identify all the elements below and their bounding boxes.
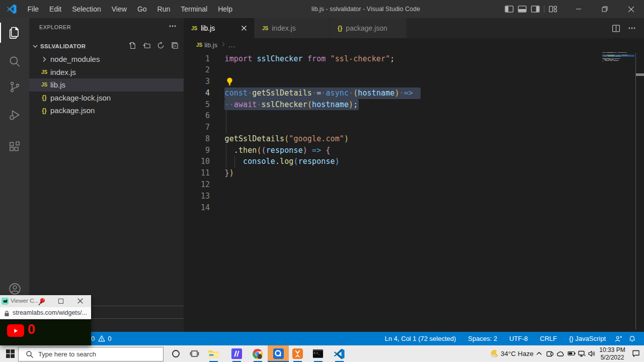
line-number: 12 <box>184 179 210 191</box>
collapse-all-icon[interactable] <box>171 42 179 51</box>
toggle-secondary-sidebar-icon[interactable] <box>531 5 540 14</box>
toggle-sidebar-icon[interactable] <box>505 5 514 14</box>
weather-text[interactable]: 34°C Haze <box>501 350 533 357</box>
breadcrumb[interactable]: JS lib.js ... <box>184 38 644 51</box>
sidebar-header: EXPLORER <box>29 18 184 36</box>
code-line-5: ··await·sslChecker(hostname); <box>225 99 358 111</box>
viewer-count-window[interactable]: Viewer C... streamlabs.com/widgets/... <box>0 295 91 345</box>
activity-extensions-icon[interactable] <box>0 135 29 159</box>
split-editor-icon[interactable] <box>612 24 620 33</box>
menubar: FileEditSelectionViewGoRunTerminalHelp <box>22 0 237 18</box>
minimap-line <box>620 58 620 59</box>
tree-item-label: index.js <box>50 68 76 76</box>
action-center-icon[interactable] <box>632 350 640 357</box>
minimap-line <box>603 61 603 61</box>
tree-item-label: package.json <box>50 106 95 115</box>
language-mode[interactable]: {} JavaScript <box>563 335 612 342</box>
code-area[interactable]: 1import sslChecker from "ssl-checker";23… <box>184 51 644 332</box>
viewer-count-value: 0 <box>28 322 35 337</box>
activity-explorer-icon[interactable] <box>0 21 29 45</box>
tab-bar: JSlib.jsJSindex.js{}package.json <box>184 18 644 38</box>
taskbar-app-file-explorer[interactable] <box>203 345 224 362</box>
tab-package.json[interactable]: {}package.json <box>330 18 407 38</box>
taskbar-app-streamlabs[interactable] <box>268 345 289 362</box>
window-title: lib.js - sslvalidator - Visual Studio Co… <box>236 0 495 18</box>
tray-clock[interactable]: 10:33 PM 5/2/2022 <box>595 346 630 361</box>
tree-item-package.json[interactable]: {}package.json <box>29 104 184 117</box>
onedrive-icon[interactable] <box>556 350 565 357</box>
tab-index.js[interactable]: JSindex.js <box>255 18 330 38</box>
overlay-close-button[interactable] <box>76 297 84 305</box>
activity-bar <box>0 18 29 332</box>
chevron-right-icon <box>221 42 226 47</box>
cursor-position[interactable]: Ln 4, Col 1 (72 selected) <box>379 335 462 342</box>
overlay-url[interactable]: streamlabs.com/widgets/... <box>13 309 87 316</box>
notifications-bell-icon[interactable] <box>625 335 639 342</box>
menu-go[interactable]: Go <box>132 3 152 16</box>
tree-item-index.js[interactable]: JSindex.js <box>29 66 184 79</box>
taskbar-search[interactable]: Type here to search <box>18 347 164 361</box>
editor-more-icon[interactable] <box>628 24 636 32</box>
hidden-icons-chevron[interactable] <box>536 350 542 357</box>
taskbar-app-code-app[interactable] <box>226 345 247 362</box>
layout-separator <box>544 6 544 13</box>
tray-date: 5/2/2022 <box>595 354 630 361</box>
project-section-header[interactable]: SSLVALIDATOR <box>29 41 184 52</box>
menu-file[interactable]: File <box>22 3 44 16</box>
overlay-urlbar[interactable]: streamlabs.com/widgets/... <box>0 307 91 319</box>
json-file-icon: {} <box>39 107 49 114</box>
tray-app-icon[interactable] <box>546 350 553 357</box>
taskbar-app-xampp[interactable] <box>287 345 308 362</box>
menu-run[interactable]: Run <box>152 3 176 16</box>
refresh-icon[interactable] <box>157 42 165 51</box>
menu-edit[interactable]: Edit <box>44 3 67 16</box>
encoding[interactable]: UTF-8 <box>503 335 534 342</box>
tree-item-package-lock.json[interactable]: {}package-lock.json <box>29 92 184 105</box>
pushpin-icon[interactable] <box>37 297 47 307</box>
new-folder-icon[interactable] <box>143 42 150 51</box>
new-file-icon[interactable] <box>129 42 136 51</box>
start-button[interactable] <box>0 345 20 362</box>
task-view-button[interactable] <box>185 345 203 362</box>
close-button[interactable] <box>618 0 644 18</box>
js-file-icon: JS <box>191 26 197 31</box>
breadcrumb-symbol: ... <box>228 41 235 49</box>
tab-lib.js[interactable]: JSlib.js <box>184 18 255 38</box>
code-action-lightbulb-icon[interactable] <box>225 77 234 88</box>
window-controls <box>566 0 644 18</box>
taskbar-app-terminal[interactable]: C:\_ <box>307 345 329 362</box>
minimap[interactable] <box>602 52 636 98</box>
explorer-more-icon[interactable] <box>169 22 177 30</box>
eol-sequence[interactable]: CRLF <box>534 335 563 342</box>
menu-help[interactable]: Help <box>213 3 238 16</box>
minimize-button[interactable] <box>566 0 592 18</box>
explorer-title: EXPLORER <box>39 24 71 30</box>
streamlabs-widget-icon <box>2 298 9 305</box>
activity-source-control-icon[interactable] <box>0 75 29 99</box>
customize-layout-icon[interactable] <box>548 5 557 14</box>
taskbar-app-chrome[interactable] <box>247 345 268 362</box>
indentation[interactable]: Spaces: 2 <box>462 335 503 342</box>
tab-close-icon[interactable] <box>239 23 249 33</box>
taskbar-app-vscode[interactable] <box>329 345 350 362</box>
activity-run-debug-icon[interactable] <box>0 103 29 127</box>
activity-search-icon[interactable] <box>0 49 29 73</box>
menu-view[interactable]: View <box>106 3 132 16</box>
vscode-logo-icon <box>7 4 17 14</box>
tree-item-lib.js[interactable]: JSlib.js <box>29 78 184 92</box>
overlay-maximize-button[interactable] <box>58 299 63 304</box>
overlay-titlebar[interactable]: Viewer C... <box>0 295 91 307</box>
cortana-button[interactable] <box>167 345 185 362</box>
feedback-icon[interactable] <box>612 335 625 342</box>
menu-selection[interactable]: Selection <box>67 3 107 16</box>
tree-item-node_modules[interactable]: node_modules <box>29 53 184 66</box>
menu-terminal[interactable]: Terminal <box>176 3 213 16</box>
battery-icon[interactable] <box>568 350 576 356</box>
restore-button[interactable] <box>592 0 618 18</box>
tab-label: package.json <box>346 24 387 32</box>
line-number: 8 <box>184 133 210 145</box>
toggle-panel-icon[interactable] <box>518 5 527 14</box>
minimap-line <box>602 52 606 53</box>
network-icon[interactable] <box>578 350 586 357</box>
search-icon <box>26 350 34 358</box>
